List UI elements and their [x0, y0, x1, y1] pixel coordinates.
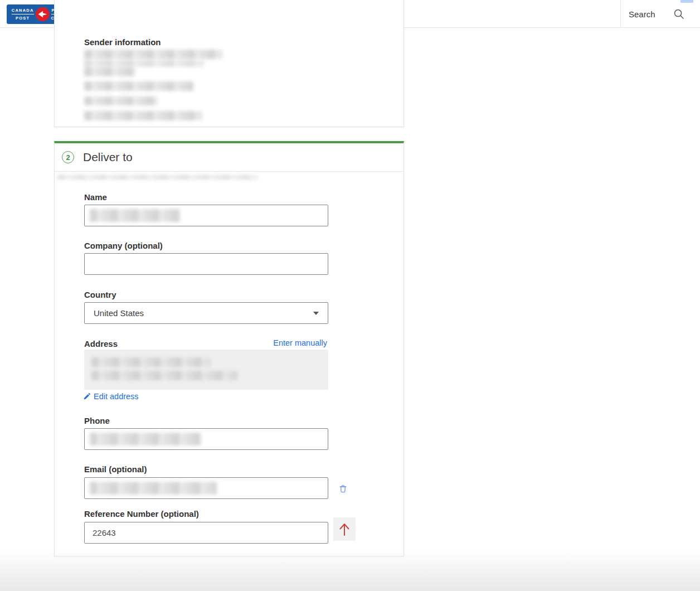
browser-artifact [680, 0, 693, 3]
company-label: Company (optional) [84, 241, 163, 250]
reference-number-label: Reference Number (optional) [84, 509, 199, 519]
redacted-address-line [91, 357, 211, 367]
trash-icon [338, 484, 348, 493]
logo-text: POST [16, 16, 30, 21]
up-arrow-icon [338, 521, 351, 537]
company-input[interactable] [84, 253, 328, 275]
redacted-phone-value [90, 433, 201, 445]
redacted-text [84, 111, 202, 120]
logo-divider [12, 14, 34, 14]
nav-vertical-divider [620, 0, 621, 28]
redacted-text [57, 175, 258, 180]
search-icon[interactable] [673, 8, 685, 20]
deliver-to-header: 2 Deliver to [55, 143, 404, 172]
edit-address-link[interactable]: Edit address [83, 392, 139, 401]
canada-post-wing-icon [36, 7, 50, 21]
name-label: Name [84, 192, 107, 202]
logo-left-text: CANADA POST [12, 8, 34, 21]
phone-label: Phone [84, 416, 110, 425]
country-select[interactable]: United States [84, 302, 328, 324]
page: CANADA POST POSTES CANADA Personal Busin… [0, 0, 700, 591]
sender-information-card: Sender information [54, 0, 404, 127]
enter-manually-link[interactable]: Enter manually [273, 338, 327, 347]
chevron-down-icon [313, 312, 319, 315]
redacted-text [84, 81, 193, 91]
sender-information-title: Sender information [84, 37, 161, 47]
logo-text: CANADA [12, 8, 34, 13]
country-label: Country [84, 290, 116, 299]
redacted-text [84, 50, 222, 59]
country-selected-value: United States [94, 308, 313, 318]
deliver-to-card: 2 Deliver to Name Company (optional) Cou… [54, 141, 404, 556]
redacted-address-line [91, 371, 237, 380]
search-area: Search [629, 0, 685, 28]
reference-number-input[interactable] [84, 522, 328, 544]
email-label: Email (optional) [84, 464, 147, 474]
edit-address-label: Edit address [94, 392, 139, 401]
pencil-icon [83, 393, 91, 400]
step-number-badge: 2 [62, 151, 74, 163]
scroll-to-top-button[interactable] [333, 517, 356, 541]
search-label[interactable]: Search [629, 9, 655, 19]
address-label: Address [84, 339, 118, 348]
delete-email-button[interactable] [337, 482, 349, 495]
redacted-email-value [90, 482, 217, 495]
redacted-name-value [90, 209, 180, 222]
address-display-box [84, 350, 328, 390]
redacted-text [84, 96, 158, 105]
deliver-to-title: Deliver to [83, 151, 133, 164]
redacted-text [84, 67, 135, 76]
redacted-text [84, 60, 204, 67]
